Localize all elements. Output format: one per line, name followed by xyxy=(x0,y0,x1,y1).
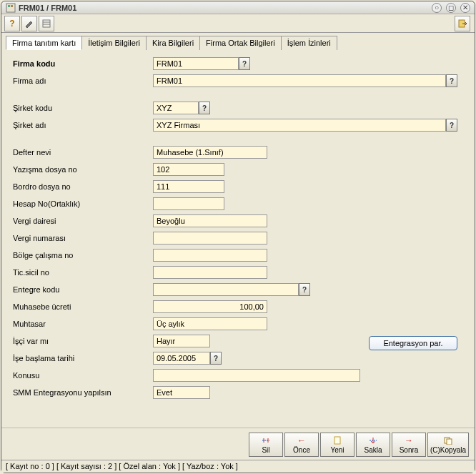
delete-icon xyxy=(261,435,271,445)
label-bordro-dosya-no: Bordro dosya no xyxy=(10,182,153,191)
label-isci-var-mi: İşçi var mı xyxy=(10,337,153,345)
list-toolbar-button[interactable] xyxy=(39,16,54,31)
edit-toolbar-button[interactable] xyxy=(21,16,37,31)
label-smm-entegrasyonu: SMM Entegrasyonu yapılsın xyxy=(10,388,153,397)
input-muhtasar[interactable]: Üç aylık xyxy=(153,317,267,330)
new-icon xyxy=(334,435,341,445)
sakla-button[interactable]: Sakla xyxy=(356,433,390,457)
label-vergi-dairesi: Vergi dairesi xyxy=(10,217,153,225)
input-konusu[interactable] xyxy=(153,369,360,382)
sakla-label: Sakla xyxy=(364,446,382,454)
lookup-sirket-kodu[interactable]: ? xyxy=(199,102,210,114)
sil-button[interactable]: Sil xyxy=(249,433,283,457)
label-muhasebe-ucreti: Muhasebe ücreti xyxy=(10,302,153,311)
svg-rect-13 xyxy=(447,439,452,445)
input-hesap-no[interactable] xyxy=(153,197,224,210)
svg-rect-10 xyxy=(334,437,340,444)
window-frame: FRM01 / FRM01 ○ ◻ ✕ ? Firma tanıtım kart… xyxy=(1,1,475,473)
yeni-button[interactable]: Yeni xyxy=(320,433,354,457)
input-ise-baslama-tarihi[interactable]: 09.05.2005 xyxy=(153,352,210,365)
label-yazisma-dosya-no: Yazışma dosya no xyxy=(10,165,153,174)
status-bar: [ Kayıt no : 0 ] [ Kayıt sayısı : 2 ] [ … xyxy=(1,460,475,473)
svg-rect-2 xyxy=(11,5,13,7)
tab-islem-izinleri[interactable]: İşlem İzinleri xyxy=(281,36,337,50)
input-bolge-calisma-no[interactable] xyxy=(153,249,267,262)
prev-icon: ← xyxy=(297,435,306,445)
label-entegre-kodu: Entegre kodu xyxy=(10,285,153,294)
toolbar: ? xyxy=(1,14,475,33)
maximize-button[interactable]: ◻ xyxy=(446,3,456,13)
copy-icon xyxy=(443,435,453,445)
kopyala-label: (C)Kopyala xyxy=(430,446,466,454)
label-bolge-calisma-no: Bölge çalışma no xyxy=(10,251,153,260)
once-label: Önce xyxy=(293,446,310,454)
input-yazisma-dosya-no[interactable]: 102 xyxy=(153,163,224,176)
label-tic-sicil-no: Tic.sicil no xyxy=(10,268,153,277)
input-smm-entegrasyonu[interactable]: Evet xyxy=(153,386,210,399)
entegrasyon-button[interactable]: Entegrasyon par. xyxy=(369,336,457,350)
label-firma-adi: Firma adı xyxy=(10,76,153,85)
window-title: FRM01 / FRM01 xyxy=(19,4,76,12)
label-defter-nevi: Defter nevi xyxy=(10,148,153,157)
input-isci-var-mi[interactable]: Hayır xyxy=(153,335,210,347)
input-entegre-kodu[interactable] xyxy=(153,283,299,296)
label-konusu: Konusu xyxy=(10,371,153,380)
label-sirket-kodu: Şirket kodu xyxy=(10,104,153,112)
input-sirket-adi[interactable]: XYZ Firması xyxy=(153,119,446,132)
input-muhasebe-ucreti[interactable]: 100,00 xyxy=(153,300,267,313)
svg-rect-0 xyxy=(6,4,15,12)
input-bordro-dosya-no[interactable]: 111 xyxy=(153,180,224,193)
minimize-button[interactable]: ○ xyxy=(432,3,442,13)
tab-iletisim[interactable]: İletişim Bilgileri xyxy=(81,36,147,50)
label-hesap-no: Hesap No(Ortaklık) xyxy=(10,199,153,208)
close-button[interactable]: ✕ xyxy=(460,3,470,13)
kopyala-button[interactable]: (C)Kopyala xyxy=(427,433,469,457)
input-vergi-dairesi[interactable]: Beyoğlu xyxy=(153,214,267,227)
next-icon: → xyxy=(405,435,413,445)
input-defter-nevi[interactable]: Muhasebe (1.Sınıf) xyxy=(153,146,267,159)
help-toolbar-button[interactable]: ? xyxy=(4,16,20,31)
tab-firma-tanitim[interactable]: Firma tanıtım kartı xyxy=(6,36,82,50)
sil-label: Sil xyxy=(262,446,269,454)
sonra-button[interactable]: → Sonra xyxy=(392,433,426,457)
yeni-label: Yeni xyxy=(330,446,344,454)
label-firma-kodu: Firma kodu xyxy=(10,59,153,68)
lookup-firma-adi[interactable]: ? xyxy=(446,74,457,87)
lookup-sirket-adi[interactable]: ? xyxy=(446,119,457,132)
tab-ortak[interactable]: Firma Ortak Bilgileri xyxy=(199,36,282,50)
input-firma-kodu[interactable]: FRM01 xyxy=(153,57,239,70)
save-icon xyxy=(368,435,378,445)
sonra-label: Sonra xyxy=(400,446,419,454)
input-firma-adi[interactable]: FRM01 xyxy=(153,74,446,87)
lookup-ise-baslama-tarihi[interactable]: ? xyxy=(210,352,222,365)
tab-kira[interactable]: Kira Bilgileri xyxy=(146,36,200,50)
bottom-toolbar: Sil ← Önce Yeni Sakla → Sonra (C)Kopyala xyxy=(1,428,475,460)
input-vergi-numarasi[interactable] xyxy=(153,232,267,245)
label-muhtasar: Muhtasar xyxy=(10,320,153,328)
tabs: Firma tanıtım kartı İletişim Bilgileri K… xyxy=(1,33,475,50)
lookup-firma-kodu[interactable]: ? xyxy=(239,57,250,70)
label-vergi-numarasi: Vergi numarası xyxy=(10,234,153,242)
titlebar: FRM01 / FRM01 ○ ◻ ✕ xyxy=(1,1,475,14)
entegrasyon-button-label: Entegrasyon par. xyxy=(383,339,442,347)
exit-toolbar-button[interactable] xyxy=(455,16,470,31)
label-ise-baslama-tarihi: İşe başlama tarihi xyxy=(10,354,153,362)
label-sirket-adi: Şirket adı xyxy=(10,121,153,129)
window-controls: ○ ◻ ✕ xyxy=(432,3,470,13)
svg-rect-3 xyxy=(43,20,50,27)
form-content: Firma kodu FRM01 ? Firma adı FRM01 ? Şir… xyxy=(1,50,475,428)
input-sirket-kodu[interactable]: XYZ xyxy=(153,102,199,114)
input-tic-sicil-no[interactable] xyxy=(153,266,267,279)
svg-rect-1 xyxy=(8,5,10,7)
once-button[interactable]: ← Önce xyxy=(284,433,319,457)
lookup-entegre-kodu[interactable]: ? xyxy=(299,283,310,296)
app-icon xyxy=(6,3,16,13)
